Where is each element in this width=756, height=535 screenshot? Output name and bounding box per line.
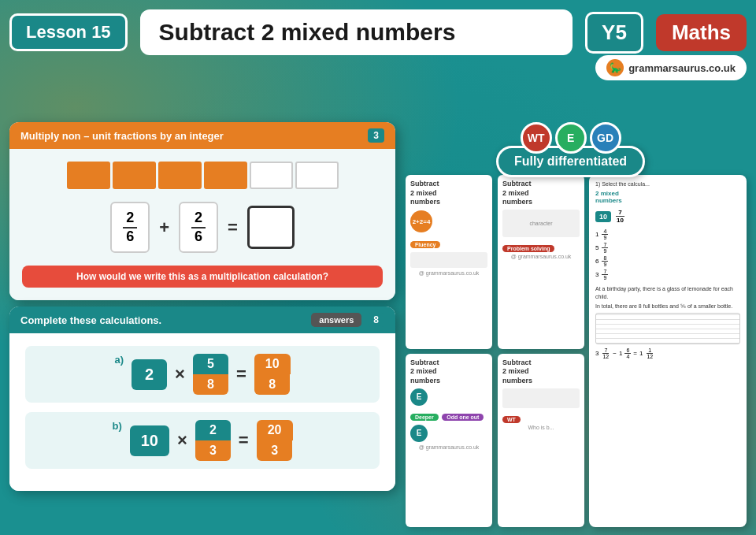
- ws2-title: Subtract2 mixednumbers: [410, 359, 487, 386]
- slide-2-number: 8: [368, 313, 384, 327]
- mult-question: How would we write this as a multiplicat…: [22, 266, 383, 288]
- slide-2-header: Complete these calculations. answers 8: [9, 307, 395, 333]
- logo-text: grammarsaurus.co.uk: [628, 62, 736, 74]
- frac-b-bot: 3: [195, 440, 231, 461]
- dino-icon: 🦕: [606, 59, 624, 76]
- frac-box-2: 2 6: [179, 202, 218, 253]
- fbar-4: [204, 162, 247, 189]
- ws3-img: character: [502, 210, 580, 237]
- ws-preview-2[interactable]: Subtract2 mixednumbers E Deeper Odd one …: [406, 354, 492, 528]
- fbar-6-empty: [295, 162, 339, 189]
- working-grid: [595, 313, 740, 344]
- fbar-1: [67, 162, 110, 189]
- problem-detail: In total, there are 8 full bottles and ⁵…: [595, 303, 740, 310]
- title-box: Subtract 2 mixed numbers: [140, 9, 573, 55]
- answer-box: [247, 206, 295, 249]
- ws-preview-1[interactable]: Subtract2 mixednumbers 2+2=4 Fluency @ g…: [406, 175, 492, 349]
- ws3-title: Subtract2 mixednumbers: [502, 180, 580, 207]
- ws2-odd-badge: Odd one out: [442, 414, 484, 421]
- res-a-bot: 8: [254, 374, 290, 395]
- slide-1-body: 2 6 + 2 6 = How would we write this as a…: [9, 149, 395, 300]
- subject-badge: Maths: [656, 14, 747, 51]
- slide-1-title: Multiply non – unit fractions by an inte…: [20, 130, 224, 142]
- problem-text: At a birthday party, there is a glass of…: [595, 285, 740, 301]
- eq-a: =: [236, 364, 246, 385]
- r4: 3: [595, 271, 598, 278]
- r3: 6: [595, 258, 598, 265]
- frac-b-top: 2: [195, 420, 231, 440]
- ws2-e-circle: E: [410, 388, 428, 406]
- calc-row-b: b) 10 × 2 3 = 20 3: [25, 412, 380, 469]
- ws1-fluency-badge: Fluency: [410, 241, 440, 248]
- ws4-footer: Who is b...: [502, 425, 580, 430]
- result-tile-a: 10 8: [254, 354, 291, 395]
- slide-2-body: a) 2 × 5 8 = 10 8 b) 10 × 2: [9, 333, 395, 491]
- ws3-footer: @ grammarsaurus.co.uk: [502, 254, 580, 259]
- large-q1: 1) Select the calcula...: [595, 181, 740, 187]
- diff-section: WT E GD Fully differentiated: [496, 122, 645, 177]
- grammarsaurus-logo[interactable]: 🦕 grammarsaurus.co.uk: [595, 55, 747, 80]
- wt-e-gd-row: WT E GD: [521, 122, 621, 154]
- ws-col-1: Subtract2 mixednumbers 2+2=4 Fluency @ g…: [406, 175, 492, 527]
- res-b-top: 20: [257, 420, 293, 440]
- answers-button[interactable]: answers: [311, 313, 361, 327]
- result-whole: 1: [639, 350, 643, 357]
- times-a: ×: [175, 364, 185, 385]
- year-badge: Y5: [585, 12, 643, 54]
- header: Lesson 15 Subtract 2 mixed numbers Y5 Ma…: [9, 9, 747, 55]
- number-row: 10 7 10: [595, 209, 740, 224]
- times-b: ×: [177, 430, 187, 451]
- frac-results: 1 4 9 5 7 9 6 8 9 3: [595, 228, 740, 281]
- equals-op: =: [228, 217, 238, 238]
- whole-3: 3: [595, 350, 598, 357]
- res-b-bot: 3: [257, 440, 292, 461]
- slide-card-2: Complete these calculations. answers 8 a…: [9, 307, 395, 491]
- row-a-label: a): [114, 354, 124, 366]
- ws1-footer: @ grammarsaurus.co.uk: [410, 270, 487, 276]
- equation-row: 3 7 12 − 1 6 4 = 1 1 12: [595, 347, 740, 359]
- fbar-5-empty: [250, 162, 293, 189]
- ws2-e2-circle: E: [410, 425, 428, 442]
- slide-1-number: 3: [368, 128, 384, 143]
- res-a-top: 10: [254, 354, 291, 374]
- slide-1-header: Multiply non – unit fractions by an inte…: [9, 122, 395, 149]
- ws-col-2: Subtract2 mixednumbers character Problem…: [498, 175, 584, 527]
- ws4-wt-badge: WT: [502, 416, 521, 423]
- ws4-title: Subtract2 mixednumbers: [502, 359, 580, 386]
- left-panel: Multiply non – unit fractions by an inte…: [9, 122, 395, 491]
- fraction-equation: 2 6 + 2 6 =: [22, 202, 383, 253]
- ws-large-preview: 1) Select the calcula... 2 mixednumbers …: [589, 175, 747, 527]
- wt-badge: WT: [521, 122, 552, 154]
- lesson-badge: Lesson 15: [9, 13, 128, 51]
- frac-tile-a: 5 8: [193, 354, 228, 395]
- whole-b: 10: [130, 425, 169, 456]
- num-10: 10: [595, 211, 611, 222]
- page-title: Subtract 2 mixed numbers: [159, 19, 456, 46]
- plus-op: +: [159, 217, 169, 238]
- result-tile-b: 20 3: [257, 420, 293, 461]
- ws2-footer: @ grammarsaurus.co.uk: [410, 444, 487, 450]
- frac-a-top: 5: [193, 354, 228, 374]
- whole-1: 1: [619, 350, 622, 357]
- slide-card-1: Multiply non – unit fractions by an inte…: [9, 122, 395, 300]
- ws1-title: Subtract2 mixednumbers: [410, 180, 487, 207]
- r1: 1: [595, 231, 598, 238]
- ws-preview-3[interactable]: Subtract2 mixednumbers character Problem…: [498, 175, 584, 349]
- eq-b: =: [239, 430, 249, 451]
- fbar-2: [113, 162, 156, 189]
- ws-preview-4[interactable]: Subtract2 mixednumbers WT Who is b...: [498, 354, 584, 528]
- slide-2-title: Complete these calculations.: [20, 314, 161, 326]
- gd-badge: GD: [590, 122, 621, 154]
- frac-box-1: 2 6: [110, 202, 150, 253]
- fbar-3: [158, 162, 202, 189]
- row-b-label: b): [112, 420, 121, 432]
- ws2-deeper-badge: Deeper: [410, 414, 439, 421]
- r2: 5: [595, 244, 598, 251]
- frac-tile-b: 2 3: [195, 420, 231, 461]
- calc-row-a: a) 2 × 5 8 = 10 8: [25, 346, 380, 403]
- large-mixed-label: 2 mixednumbers: [595, 190, 740, 204]
- ws1-icon: 2+2=4: [410, 210, 432, 232]
- ws3-problem-badge: Problem solving: [502, 245, 554, 252]
- ws1-img: [410, 252, 487, 268]
- ws4-img: [502, 388, 580, 408]
